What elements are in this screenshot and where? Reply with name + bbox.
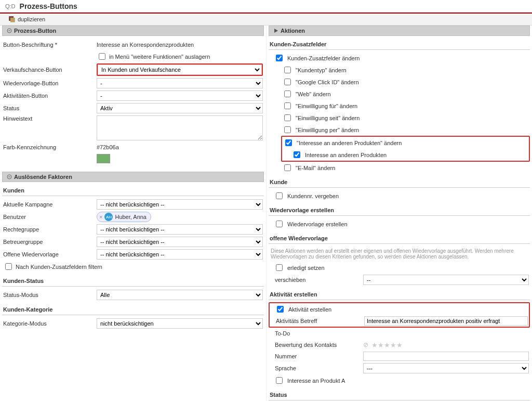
collapse-icon bbox=[7, 28, 12, 33]
input-nummer[interactable] bbox=[363, 352, 529, 361]
duplicate-button[interactable]: duplizieren bbox=[5, 15, 48, 24]
checkbox-akt-erstellen[interactable] bbox=[277, 306, 284, 313]
star-rating[interactable]: ⊘★★★★★ bbox=[363, 341, 403, 349]
checkbox-einw-fuer[interactable] bbox=[284, 102, 291, 109]
checkbox-erledigt[interactable] bbox=[276, 264, 283, 271]
label-kundennr: Kundennr. vergeben bbox=[287, 193, 339, 199]
select-betreuer[interactable]: -- nicht berücksichtigen -- bbox=[97, 237, 263, 247]
checkbox-einw-seit[interactable] bbox=[284, 114, 291, 121]
select-kampagne[interactable]: -- nicht berücksichtigen -- bbox=[97, 199, 263, 210]
group-offene-wv: offene Wiedervorlage bbox=[269, 234, 530, 244]
label-zusatz-aendern: Kunden-Zusatzfelder ändern bbox=[287, 55, 360, 61]
checkbox-auslagern[interactable] bbox=[99, 53, 105, 60]
checkbox-google[interactable] bbox=[284, 79, 291, 85]
select-verschieben[interactable]: -- bbox=[363, 275, 529, 285]
chip-remove-icon[interactable]: × bbox=[99, 214, 102, 220]
checkbox-zusatz-aendern[interactable] bbox=[276, 55, 283, 61]
group-kunden-status: Kunden-Status bbox=[2, 277, 264, 287]
value-farb: #72b06a bbox=[97, 143, 263, 151]
group-kunden-kategorie: Kunden-Kategorie bbox=[2, 305, 264, 315]
checkbox-zusatz-filter[interactable] bbox=[5, 263, 12, 270]
checkbox-interesse-a[interactable] bbox=[276, 377, 283, 384]
label-erledigt: erledigt setzen bbox=[287, 265, 325, 271]
checkbox-einw-per[interactable] bbox=[284, 126, 291, 133]
label-interesse-andere-val: Interesse an anderen Produkten bbox=[305, 152, 387, 158]
label-interesse-andere: "Interesse an anderen Produkten" ändern bbox=[297, 140, 402, 146]
label-akt-erstellen: Aktivität erstellen bbox=[288, 306, 331, 313]
label-bewertung: Bewertung des Kontakts bbox=[270, 342, 363, 348]
label-status: Status bbox=[3, 105, 97, 111]
toolbar: duplizieren bbox=[0, 14, 532, 25]
checkbox-interesse-andere[interactable] bbox=[285, 139, 292, 146]
select-sprache[interactable]: --- bbox=[363, 363, 529, 373]
select-offene-wv[interactable]: -- nicht berücksichtigen -- bbox=[97, 249, 263, 260]
select-rechte[interactable]: -- nicht berücksichtigen -- bbox=[97, 224, 263, 235]
label-vk-button: Verkaufschance-Button bbox=[3, 67, 97, 73]
label-email: "E-Mail" ändern bbox=[296, 165, 335, 171]
chip-benutzer[interactable]: × AH Huber, Anna bbox=[97, 212, 151, 222]
input-akt-betreff[interactable] bbox=[364, 316, 528, 326]
checkbox-kundennr[interactable] bbox=[276, 192, 283, 199]
section-prozess-button-label: Prozess-Button bbox=[14, 28, 56, 34]
label-wv-button: Wiedervorlage-Button bbox=[3, 80, 97, 86]
page-title: Prozess-Buttons bbox=[20, 2, 77, 10]
checkbox-interesse-andere-val[interactable] bbox=[294, 151, 300, 158]
section-faktoren-label: Auslösende Faktoren bbox=[14, 174, 72, 180]
label-sprache: Sprache bbox=[270, 365, 363, 371]
checkbox-email[interactable] bbox=[284, 164, 291, 171]
label-offene-wv: Offene Wiedervorlage bbox=[3, 251, 97, 257]
svg-rect-1 bbox=[10, 18, 15, 22]
select-akt-button[interactable]: - bbox=[97, 90, 263, 101]
select-status[interactable]: Aktiv bbox=[97, 103, 263, 113]
section-aktionen[interactable]: Aktionen bbox=[269, 25, 530, 36]
checkbox-kundentyp[interactable] bbox=[284, 67, 291, 73]
color-swatch[interactable] bbox=[97, 154, 110, 163]
select-kategorie-modus[interactable]: nicht berücksichtigen bbox=[97, 318, 263, 329]
label-status-modus: Status-Modus bbox=[3, 292, 97, 298]
label-akt-button: Aktivitäten-Button bbox=[3, 93, 97, 99]
label-interesse-a: Interesse an Produkt A bbox=[287, 378, 345, 384]
svg-marker-6 bbox=[274, 29, 278, 33]
label-einw-fuer: "Einwilligung für" ändern bbox=[296, 103, 357, 109]
value-button-beschriftung: Interesse an Korrespondenzprodukten bbox=[97, 41, 263, 49]
label-nummer: Nummer bbox=[270, 353, 363, 359]
label-betreuer: Betreuergruppe bbox=[3, 239, 97, 245]
group-kunden: Kunden bbox=[2, 186, 264, 196]
left-column: Prozess-Button Button-Beschriftung * Int… bbox=[0, 25, 266, 401]
section-prozess-button[interactable]: Prozess-Button bbox=[2, 25, 264, 36]
group-kunde: Kunde bbox=[269, 178, 530, 188]
label-hinweistext: Hinweistext bbox=[3, 115, 97, 122]
play-icon bbox=[273, 28, 278, 33]
select-status-modus[interactable]: Alle bbox=[97, 290, 263, 300]
label-todo: To-Do bbox=[270, 330, 363, 337]
label-zusatz-filter: Nach Kunden-Zusatzfeldern filtern bbox=[16, 264, 102, 270]
avatar-icon: AH bbox=[104, 213, 113, 221]
label-kundentyp: "Kundentyp" ändern bbox=[296, 67, 347, 73]
textarea-hinweistext[interactable] bbox=[97, 115, 263, 140]
collapse-icon bbox=[7, 174, 12, 179]
group-aktivitaet: Aktivität erstellen bbox=[269, 290, 530, 300]
label-benutzer: Benutzer bbox=[3, 214, 97, 220]
section-ausloesende-faktoren[interactable]: Auslösende Faktoren bbox=[2, 172, 264, 182]
right-column: Aktionen Kunden-Zusatzfelder Kunden-Zusa… bbox=[266, 25, 532, 401]
copy-icon bbox=[8, 16, 16, 23]
label-kampagne: Aktuelle Kampagne bbox=[3, 201, 97, 208]
label-verschieben: verschieben bbox=[270, 277, 363, 283]
label-einw-per: "Einwilligung per" ändern bbox=[296, 127, 359, 133]
select-wv-button[interactable]: - bbox=[97, 78, 263, 88]
checkbox-wv[interactable] bbox=[276, 221, 283, 227]
select-vk-button[interactable]: In Kunden und Verkaufschance bbox=[98, 64, 262, 75]
label-button-beschriftung: Button-Beschriftung * bbox=[3, 42, 97, 48]
label-web: "Web" ändern bbox=[296, 91, 331, 97]
duplicate-label: duplizieren bbox=[18, 16, 45, 22]
label-farb: Farb-Kennzeichnung bbox=[3, 144, 97, 150]
app-logo: Q:D bbox=[5, 3, 16, 9]
checkbox-web[interactable] bbox=[284, 90, 291, 97]
label-kategorie-modus: Kategorie-Modus bbox=[3, 320, 97, 327]
label-auslagern: in Menü "weitere Funktionen" auslagern bbox=[109, 54, 210, 60]
label-akt-betreff: Aktivitäts Betreff bbox=[271, 318, 364, 324]
reset-rating-icon[interactable]: ⊘ bbox=[363, 341, 368, 348]
group-zusatzfelder: Kunden-Zusatzfelder bbox=[269, 40, 530, 50]
label-rechte: Rechtegruppe bbox=[3, 226, 97, 232]
group-status: Status bbox=[269, 391, 530, 400]
